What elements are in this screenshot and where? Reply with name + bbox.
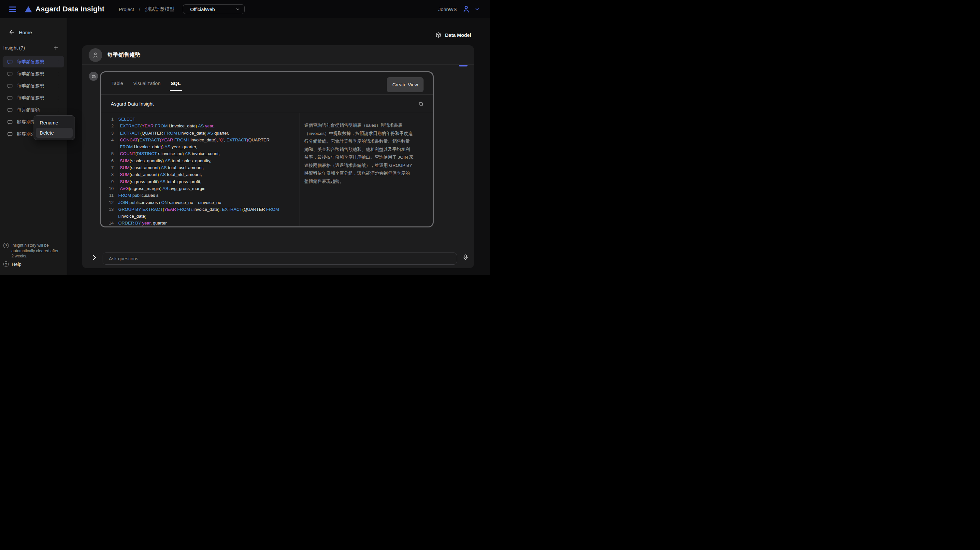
sidebar-insight-item[interactable]: 每季銷售趨勢 [3,56,64,67]
tab-sql[interactable]: SQL [170,78,181,88]
robot-icon [91,74,96,79]
sql-section-header: Asgard Data Insight [101,94,433,113]
speech-bubble-icon [7,95,13,101]
tab-table[interactable]: Table [111,78,124,88]
data-model-label: Data Model [445,32,471,38]
sql-code-line: 5COUNT(DISTINCT s.invoice_no) AS invoice… [101,150,299,157]
user-avatar [89,48,102,62]
add-insight-button[interactable] [53,45,59,51]
hamburger-menu-icon[interactable] [9,6,16,12]
back-arrow-icon [8,29,15,35]
info-circle-icon: ? [3,243,9,248]
insight-item-label: 每季銷售趨勢 [17,95,44,101]
breadcrumb-section[interactable]: Project [119,6,134,12]
conversation-title: 每季銷售趨勢 [107,51,140,59]
help-circle-icon: ? [3,261,9,267]
line-number: 1 [101,116,114,122]
sql-code-line: 2EXTRACT(YEAR FROM i.invoice_date) AS ye… [101,122,299,129]
line-number: 14 [101,219,114,226]
insight-item-label: 每季銷售趨勢 [17,83,44,89]
tab-visualization[interactable]: Visualization [133,78,161,88]
line-number: 5 [101,150,114,157]
result-panel: TableVisualizationSQL Create View Asgard… [100,72,434,227]
sql-code-line: 4CONCAT(EXTRACT(YEAR FROM i.invoice_date… [101,137,299,151]
insight-item-label: 每月銷售額 [17,107,40,113]
expand-chevron-right-icon[interactable] [91,254,98,261]
line-number: 10 [101,185,114,192]
breadcrumb-separator: / [139,6,140,12]
sql-code-line: 11FROM public.sales s [101,192,299,199]
speech-bubble-icon [7,71,13,77]
line-number: 4 [101,137,114,151]
create-view-button[interactable]: Create View [387,77,423,92]
speech-bubble-icon [7,119,13,125]
insight-item-label: 每季銷售趨勢 [17,59,44,65]
sql-code-line: 9SUM(s.gross_profit) AS total_gross_prof… [101,178,299,185]
item-kebab-menu-icon[interactable] [54,83,62,90]
scroll-indicator[interactable] [459,65,468,67]
speech-bubble-icon [7,107,13,113]
help-label: Help [12,262,22,267]
breadcrumb-page: 測試語意模型 [145,6,174,13]
user-menu-chevron-down-icon[interactable] [474,6,480,12]
item-kebab-menu-icon[interactable] [54,94,62,102]
line-number: 8 [101,171,114,178]
speech-bubble-icon [7,83,13,89]
sidebar-insight-item[interactable]: 每月銷售額 [3,104,64,116]
main-area: Data Model 每季銷售趨勢 TableVisualizationSQL … [67,18,490,275]
sql-explanation: 這個查詢語句會從銷售明細表（sales）與請求書表（invoices）中提取數據… [299,113,433,226]
sidebar: Home Insight (7) 每季銷售趨勢每季銷售趨勢每季銷售趨勢每季銷售趨… [0,18,67,275]
sql-code-line: 6SUM(s.sales_quantity) AS total_sales_qu… [101,157,299,164]
sidebar-insight-item[interactable]: 每季銷售趨勢 [3,68,64,79]
plus-icon [53,45,59,51]
sql-code-line: 3EXTRACT(QUARTER FROM i.invoice_date) AS… [101,130,299,137]
sidebar-insight-item[interactable]: 每季銷售趨勢 [3,80,64,92]
ask-input[interactable] [103,253,457,265]
user-name: JohnWS [438,6,457,12]
line-number: 7 [101,164,114,171]
context-menu-rename[interactable]: Rename [36,118,73,128]
conversation-header: 每季銷售趨勢 [82,45,474,65]
data-model-button[interactable]: Data Model [435,32,471,38]
chevron-down-icon [235,6,240,12]
line-number: 2 [101,122,114,129]
item-kebab-menu-icon[interactable] [54,107,62,114]
sql-code-line: 12JOIN public.invoices i ON s.invoice_no… [101,199,299,206]
sidebar-insight-item[interactable]: 每季銷售趨勢 [3,92,64,103]
speech-bubble-icon [7,131,13,137]
insight-count-label: Insight (7) [3,45,25,51]
line-number: 11 [101,192,114,199]
copy-icon [418,101,423,107]
sql-code-block[interactable]: 1SELECT2EXTRACT(YEAR FROM i.invoice_date… [101,113,299,226]
top-header: Asgard Data Insight Project / 測試語意模型 Off… [0,0,490,18]
copy-sql-button[interactable] [418,101,423,107]
line-number: 3 [101,130,114,137]
help-button[interactable]: ? Help [3,261,22,267]
sql-code-line: 13GROUP BY EXTRACT(YEAR FROM i.invoice_d… [101,206,299,220]
user-avatar-icon[interactable] [462,5,471,13]
breadcrumb: Project / 測試語意模型 [119,6,175,13]
app-title: Asgard Data Insight [35,5,105,13]
project-select-dropdown[interactable]: OfficialWeb [183,4,245,14]
result-tabs: TableVisualizationSQL Create View [101,72,433,94]
context-menu-delete[interactable]: Delete [36,128,73,138]
line-number: 9 [101,178,114,185]
speech-bubble-icon [7,59,13,65]
project-select-value: OfficialWeb [190,6,215,12]
mic-button[interactable] [462,254,469,261]
sql-code-line: 1SELECT [101,116,299,122]
home-button[interactable]: Home [8,29,67,35]
app-root: Asgard Data Insight Project / 測試語意模型 Off… [0,0,490,275]
item-kebab-menu-icon[interactable] [54,70,62,78]
conversation-card: 每季銷售趨勢 TableVisualizationSQL Create View… [82,45,474,268]
assistant-avatar [89,72,98,81]
sql-code-line: 7SUM(s.usd_amount) AS total_usd_amount, [101,164,299,171]
item-kebab-menu-icon[interactable] [54,58,62,65]
home-label: Home [19,30,32,35]
person-icon [92,51,99,59]
line-number: 13 [101,206,114,220]
sql-code-line: 14ORDER BY year, quarter [101,219,299,226]
history-notice: ? Insight history will be automatically … [3,243,63,259]
sql-code-line: 10AVG(s.gross_margin) AS avg_gross_margi… [101,185,299,192]
app-logo-triangle-icon [25,6,32,13]
